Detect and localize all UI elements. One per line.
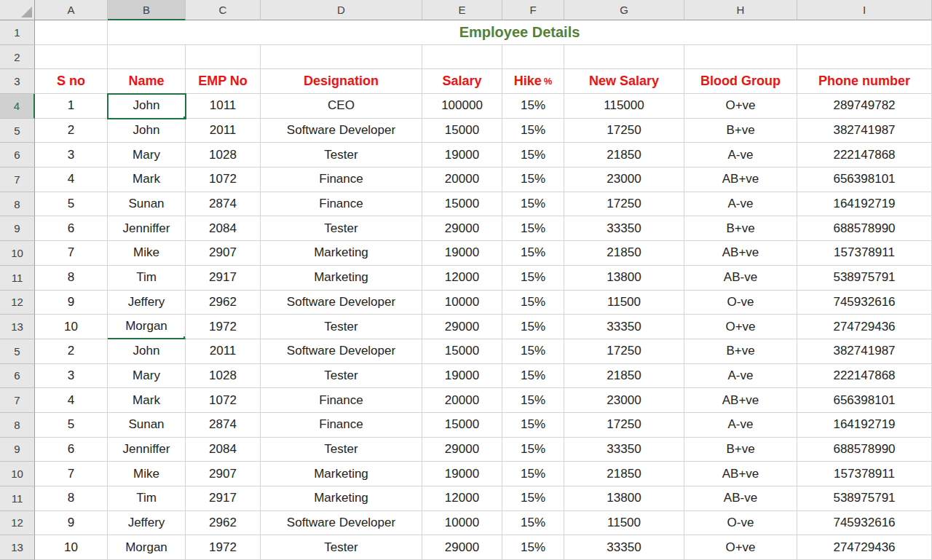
cell-H10[interactable]: AB+ve [684, 241, 797, 266]
cell-B12[interactable]: Jeffery [108, 291, 186, 315]
cell-G2[interactable] [564, 45, 684, 70]
cell-I13[interactable]: 274729436 [797, 315, 932, 339]
cell-G11-b2[interactable]: 13800 [564, 486, 684, 511]
cell-G10[interactable]: 21850 [564, 241, 684, 266]
cell-A12[interactable]: 9 [35, 291, 108, 315]
cell-B12-b2[interactable]: Jeffery [108, 511, 186, 536]
cell-D9[interactable]: Tester [261, 216, 422, 241]
column-header-C[interactable]: C [186, 0, 261, 20]
cell-A10-b2[interactable]: 7 [35, 462, 108, 486]
row-header-2[interactable]: 2 [0, 45, 35, 70]
column-header-B[interactable]: B [108, 0, 186, 20]
row-header-10-b2[interactable]: 10 [0, 462, 35, 486]
row-header-9[interactable]: 9 [0, 216, 35, 241]
cell-C13-b2[interactable]: 1972 [186, 535, 261, 560]
cell-F11[interactable]: 15% [502, 266, 564, 291]
cell-C3[interactable]: EMP No [186, 69, 261, 94]
cell-E3[interactable]: Salary [422, 69, 502, 94]
cell-F4[interactable]: 15% [502, 94, 564, 119]
cell-D6[interactable]: Tester [261, 143, 422, 167]
row-header-11-b2[interactable]: 11 [0, 486, 35, 511]
cell-H13-b2[interactable]: O+ve [684, 535, 797, 560]
cell-I8-b2[interactable]: 164192719 [797, 413, 932, 438]
cell-E8-b2[interactable]: 15000 [422, 413, 502, 438]
cell-C8-b2[interactable]: 2874 [186, 413, 261, 438]
cell-E13[interactable]: 29000 [422, 315, 502, 339]
cell-G13[interactable]: 33350 [564, 315, 684, 339]
cell-D7[interactable]: Finance [261, 167, 422, 192]
cell-G3[interactable]: New Salary [564, 69, 684, 94]
cell-A9-b2[interactable]: 6 [35, 438, 108, 462]
cell-E11-b2[interactable]: 12000 [422, 486, 502, 511]
column-header-E[interactable]: E [422, 0, 502, 20]
cell-H9-b2[interactable]: B+ve [684, 438, 797, 462]
cell-I5[interactable]: 382741987 [797, 119, 932, 143]
cell-B3[interactable]: Name [108, 69, 186, 94]
cell-D10-b2[interactable]: Marketing [261, 462, 422, 486]
row-header-8-b2[interactable]: 8 [0, 413, 35, 438]
cell-B8[interactable]: Sunan [108, 192, 186, 217]
cell-B5-b2[interactable]: John [108, 339, 186, 364]
cell-I7[interactable]: 656398101 [797, 167, 932, 192]
cell-D12-b2[interactable]: Software Developer [261, 511, 422, 536]
cell-C6[interactable]: 1028 [186, 143, 261, 167]
cell-C9[interactable]: 2084 [186, 216, 261, 241]
cell-H3[interactable]: Blood Group [684, 69, 797, 94]
cell-G9[interactable]: 33350 [564, 216, 684, 241]
cell-D11[interactable]: Marketing [261, 266, 422, 291]
cell-D5[interactable]: Software Developer [261, 119, 422, 143]
cell-F13[interactable]: 15% [502, 315, 564, 339]
cell-D8[interactable]: Finance [261, 192, 422, 217]
cell-G12[interactable]: 11500 [564, 291, 684, 315]
cell-C10-b2[interactable]: 2907 [186, 462, 261, 486]
cell-E7[interactable]: 20000 [422, 167, 502, 192]
cell-A5[interactable]: 2 [35, 119, 108, 143]
cell-I6[interactable]: 222147868 [797, 143, 932, 167]
cell-G10-b2[interactable]: 21850 [564, 462, 684, 486]
cell-A5-b2[interactable]: 2 [35, 339, 108, 364]
row-header-1[interactable]: 1 [0, 20, 35, 45]
cell-B11-b2[interactable]: Tim [108, 486, 186, 511]
cell-B13[interactable]: Morgan [108, 315, 186, 339]
cell-I9[interactable]: 688578990 [797, 216, 932, 241]
cell-G9-b2[interactable]: 33350 [564, 438, 684, 462]
cell-A13[interactable]: 10 [35, 315, 108, 339]
cell-C2[interactable] [186, 45, 261, 70]
column-header-H[interactable]: H [684, 0, 797, 20]
cell-I6-b2[interactable]: 222147868 [797, 364, 932, 389]
cell-C5[interactable]: 2011 [186, 119, 261, 143]
cell-H6-b2[interactable]: A-ve [684, 364, 797, 389]
cell-D3[interactable]: Designation [261, 69, 422, 94]
cell-A8[interactable]: 5 [35, 192, 108, 217]
cell-D6-b2[interactable]: Tester [261, 364, 422, 389]
cell-A1[interactable] [35, 20, 108, 45]
cell-A12-b2[interactable]: 9 [35, 511, 108, 536]
cell-B11[interactable]: Tim [108, 266, 186, 291]
cell-H10-b2[interactable]: AB+ve [684, 462, 797, 486]
cell-F6-b2[interactable]: 15% [502, 364, 564, 389]
cell-D10[interactable]: Marketing [261, 241, 422, 266]
cell-C12[interactable]: 2962 [186, 291, 261, 315]
cell-F10-b2[interactable]: 15% [502, 462, 564, 486]
cell-A7-b2[interactable]: 4 [35, 388, 108, 413]
cell-H4[interactable]: O+ve [684, 94, 797, 119]
cell-E12-b2[interactable]: 10000 [422, 511, 502, 536]
cell-E6[interactable]: 19000 [422, 143, 502, 167]
cell-C7-b2[interactable]: 1072 [186, 388, 261, 413]
cell-F2[interactable] [502, 45, 564, 70]
cell-I10[interactable]: 157378911 [797, 241, 932, 266]
cell-G6[interactable]: 21850 [564, 143, 684, 167]
cell-H8-b2[interactable]: A-ve [684, 413, 797, 438]
cell-D5-b2[interactable]: Software Developer [261, 339, 422, 364]
cell-B5[interactable]: John [108, 119, 186, 143]
cell-E4[interactable]: 100000 [422, 94, 502, 119]
cell-E7-b2[interactable]: 20000 [422, 388, 502, 413]
cell-E12[interactable]: 10000 [422, 291, 502, 315]
cell-D11-b2[interactable]: Marketing [261, 486, 422, 511]
cell-A8-b2[interactable]: 5 [35, 413, 108, 438]
cell-G8[interactable]: 17250 [564, 192, 684, 217]
fill-handle[interactable] [183, 116, 186, 119]
cell-B6-b2[interactable]: Mary [108, 364, 186, 389]
cell-I10-b2[interactable]: 157378911 [797, 462, 932, 486]
cell-F10[interactable]: 15% [502, 241, 564, 266]
